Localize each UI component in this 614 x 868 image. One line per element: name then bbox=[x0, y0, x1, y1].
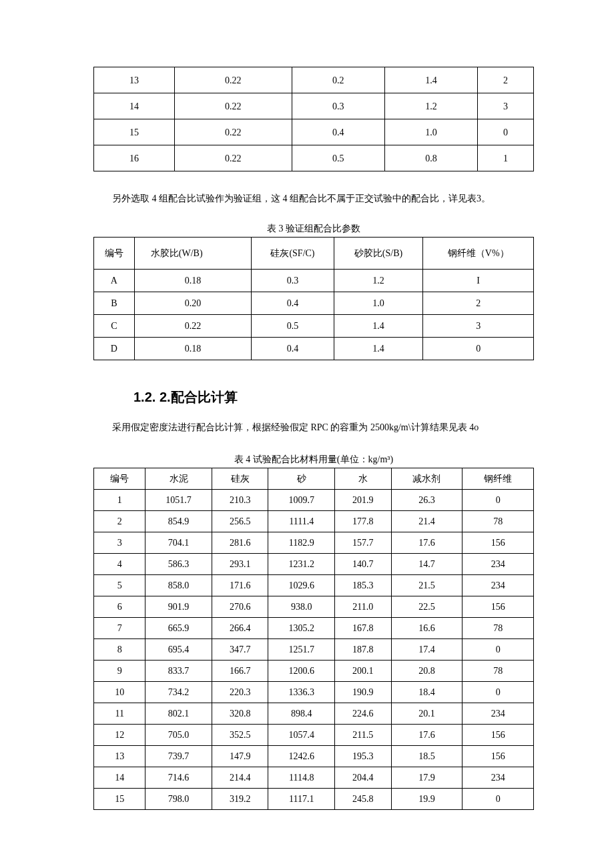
table-cell: 1029.6 bbox=[268, 575, 334, 596]
table-cell: 1242.6 bbox=[268, 746, 334, 767]
table-cell: 833.7 bbox=[145, 661, 212, 682]
table-cell: 1.4 bbox=[334, 314, 423, 337]
paragraph-validation-note: 另外选取 4 组配合比试验作为验证组，这 4 组配合比不属于正交试验中的配合比，… bbox=[93, 190, 534, 208]
table-cell: 1.4 bbox=[384, 67, 477, 93]
table-cell: I bbox=[423, 269, 534, 292]
table4-caption: 表 4 试验配合比材料用量(单位：kg/m³) bbox=[93, 452, 534, 466]
table-cell: 1.2 bbox=[334, 269, 423, 292]
table-row: 2854.9256.51111.4177.821.478 bbox=[94, 511, 534, 532]
table-cell: 15 bbox=[94, 119, 175, 145]
table4-material-usage: 编号水泥硅灰砂水减水剂钢纤维 11051.7210.31009.7201.926… bbox=[93, 468, 534, 810]
table-cell: 12 bbox=[94, 725, 145, 746]
table-cell: 9 bbox=[94, 661, 145, 682]
table-row: 8695.4347.71251.7187.817.40 bbox=[94, 639, 534, 661]
table-cell: 2 bbox=[423, 292, 534, 314]
table-cell: 14 bbox=[94, 767, 145, 789]
table-cell: 270.6 bbox=[212, 596, 268, 618]
table-cell: 0.2 bbox=[292, 67, 384, 93]
table-row: 150.220.41.00 bbox=[94, 119, 534, 145]
table-row: 6901.9270.6938.0211.022.5156 bbox=[94, 596, 534, 618]
table-cell: 704.1 bbox=[145, 532, 212, 554]
table-cell: 1117.1 bbox=[268, 789, 334, 810]
table-cell: 1.0 bbox=[334, 292, 423, 314]
table-cell: A bbox=[94, 269, 135, 292]
table-cell: 901.9 bbox=[145, 596, 212, 618]
table-cell: C bbox=[94, 314, 135, 337]
table-row: 140.220.31.23 bbox=[94, 93, 534, 119]
table-cell: 22.5 bbox=[391, 596, 463, 618]
table-cell: 16.6 bbox=[391, 618, 463, 639]
table-row: 13739.7147.91242.6195.318.5156 bbox=[94, 746, 534, 767]
section-heading-1-2: 1.2. 2.配合比计算 bbox=[133, 387, 534, 407]
table-cell: 18.4 bbox=[391, 682, 463, 703]
table-row: 4586.3293.11231.2140.714.7234 bbox=[94, 554, 534, 575]
table-cell: 0.18 bbox=[134, 269, 251, 292]
table-header: 砂胶比(S/B) bbox=[334, 237, 423, 269]
table-header: 硅灰 bbox=[212, 468, 268, 490]
table-cell: 1182.9 bbox=[268, 532, 334, 554]
table-cell: 166.7 bbox=[212, 661, 268, 682]
table-cell: 0.4 bbox=[252, 292, 334, 314]
table-cell: 167.8 bbox=[334, 618, 391, 639]
table-cell: 858.0 bbox=[145, 575, 212, 596]
table-cell: 78 bbox=[463, 661, 534, 682]
table-cell: 0.18 bbox=[134, 337, 251, 360]
table-cell: 211.5 bbox=[334, 725, 391, 746]
table-cell: 211.0 bbox=[334, 596, 391, 618]
table-cell: 20.1 bbox=[391, 703, 463, 725]
table-cell: 714.6 bbox=[145, 767, 212, 789]
table-cell: 798.0 bbox=[145, 789, 212, 810]
table-row: A0.180.31.2I bbox=[94, 269, 534, 292]
table-cell: 1.2 bbox=[384, 93, 477, 119]
table-cell: 214.4 bbox=[212, 767, 268, 789]
table-cell: 18.5 bbox=[391, 746, 463, 767]
paragraph-density-method: 采用假定密度法进行配合比计算，根据经验假定 RPC 的容重为 2500kg/m\… bbox=[93, 419, 534, 437]
table-cell: 1231.2 bbox=[268, 554, 334, 575]
table-cell: 190.9 bbox=[334, 682, 391, 703]
table-cell: 13 bbox=[94, 746, 145, 767]
table-cell: B bbox=[94, 292, 135, 314]
table-cell: 1.0 bbox=[384, 119, 477, 145]
table-cell: 293.1 bbox=[212, 554, 268, 575]
table-cell: 854.9 bbox=[145, 511, 212, 532]
table-cell: 185.3 bbox=[334, 575, 391, 596]
table-cell: 5 bbox=[94, 575, 145, 596]
table-cell: 156 bbox=[463, 746, 534, 767]
table-cell: 1336.3 bbox=[268, 682, 334, 703]
table-cell: 156 bbox=[463, 596, 534, 618]
table-cell: 0.4 bbox=[292, 119, 384, 145]
table-cell: 14.7 bbox=[391, 554, 463, 575]
table-cell: 195.3 bbox=[334, 746, 391, 767]
table-cell: 802.1 bbox=[145, 703, 212, 725]
table-cell: 0.8 bbox=[384, 145, 477, 171]
table-cell: 3 bbox=[477, 93, 533, 119]
table-cell: 26.3 bbox=[391, 490, 463, 511]
table-cell: 256.5 bbox=[212, 511, 268, 532]
table-row: 11802.1320.8898.4224.620.1234 bbox=[94, 703, 534, 725]
table-cell: 204.4 bbox=[334, 767, 391, 789]
table-row: 15798.0319.21117.1245.819.90 bbox=[94, 789, 534, 810]
table3-validation-params: 编号水胶比(W/B)硅灰(SF/C)砂胶比(S/B)钢纤维（V%） A0.180… bbox=[93, 237, 534, 360]
table-cell: 1 bbox=[94, 490, 145, 511]
table-cell: 1200.6 bbox=[268, 661, 334, 682]
table-cell: 21.5 bbox=[391, 575, 463, 596]
table-cell: 1114.8 bbox=[268, 767, 334, 789]
table-row: C0.220.51.43 bbox=[94, 314, 534, 337]
table-cell: 1305.2 bbox=[268, 618, 334, 639]
table-row: B0.200.41.02 bbox=[94, 292, 534, 314]
table-row: 7665.9266.41305.2167.816.678 bbox=[94, 618, 534, 639]
table-cell: 1.4 bbox=[334, 337, 423, 360]
table-cell: 187.8 bbox=[334, 639, 391, 661]
table-cell: 0.22 bbox=[174, 145, 292, 171]
table-cell: 8 bbox=[94, 639, 145, 661]
table-cell: 78 bbox=[463, 618, 534, 639]
table-cell: 6 bbox=[94, 596, 145, 618]
table-header: 钢纤维（V%） bbox=[423, 237, 534, 269]
table-row: 160.220.50.81 bbox=[94, 145, 534, 171]
table-cell: 220.3 bbox=[212, 682, 268, 703]
table-cell: 17.6 bbox=[391, 532, 463, 554]
table-cell: 3 bbox=[94, 532, 145, 554]
table-row: D0.180.41.40 bbox=[94, 337, 534, 360]
table-cell: 739.7 bbox=[145, 746, 212, 767]
table-row: 10734.2220.31336.3190.918.40 bbox=[94, 682, 534, 703]
